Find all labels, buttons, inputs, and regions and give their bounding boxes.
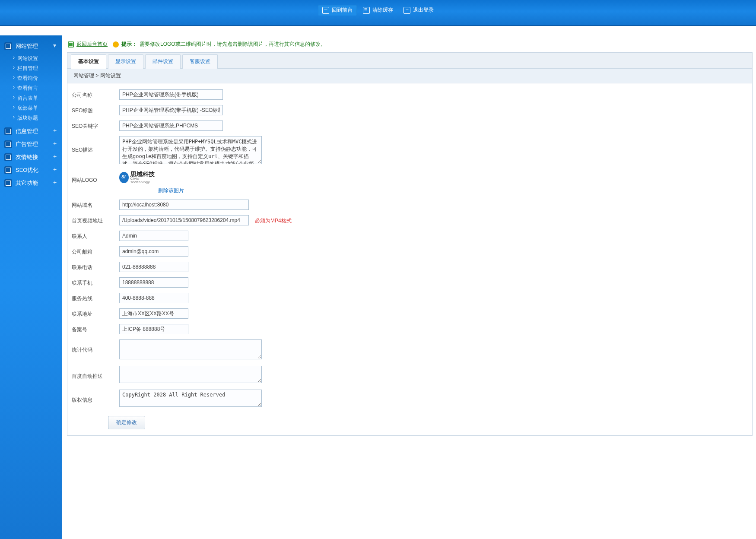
back-to-front-button[interactable]: 回到前台 [318,5,357,16]
seo-desc-textarea[interactable]: PHP企业网站管理系统是采用PHP+MYSQL技术和MVC模式进行开发的，架构清… [119,136,262,164]
home-video-input[interactable] [119,215,249,225]
nav-head-label: 其它功能 [16,179,38,187]
company-name-input[interactable] [119,89,223,100]
nav-head-label: 友情链接 [16,153,38,161]
nav-head-label: 广告管理 [16,140,38,148]
seo-title-input[interactable] [119,105,223,115]
sidebar-item-site-settings[interactable]: 网站设置 [0,54,62,63]
label-mobile: 联系手机 [72,277,119,287]
sidebar-item-message-form[interactable]: 留言表单 [0,93,62,103]
label-baidu-push: 百度自动推送 [72,366,119,380]
logout-button[interactable]: 退出登录 [399,5,438,16]
tab-service[interactable]: 客服设置 [182,54,218,69]
settings-form: 公司名称 SEO标题 SEO关键字 SEO描述 PHP企业网站管理系统是采用PH… [67,83,752,435]
email-input[interactable] [119,246,188,257]
label-tel: 联系电话 [72,262,119,271]
nav-head-label: 信息管理 [16,127,38,135]
nav-head-links[interactable]: 友情链接 + [0,151,62,164]
site-manage-icon [4,42,12,50]
top-nav: 回到前台 清除缓存 退出登录 [0,0,756,15]
breadcrumb: 网站管理 > 网站设置 [67,69,752,83]
tabs: 基本设置 显示设置 邮件设置 客服设置 [67,53,752,69]
label-email: 公司邮箱 [72,246,119,256]
info-manage-icon [4,127,12,135]
nav-head-info[interactable]: 信息管理 + [0,125,62,138]
label-hotline: 服务热线 [72,293,119,302]
submit-button[interactable]: 确定修改 [108,416,145,429]
logo-image: 思域科技 Civic Technology [119,171,155,184]
sidebar-item-inquiries[interactable]: 查看询价 [0,73,62,83]
logo-text-en: Civic Technology [130,177,155,184]
mobile-input[interactable] [119,277,188,288]
label-seo-desc: SEO描述 [72,136,119,154]
copyright-textarea[interactable]: CopyRight 2028 All Right Reserved [119,390,262,407]
other-icon [4,179,12,187]
nav-sub-site: 网站设置 栏目管理 查看询价 查看留言 留言表单 底部菜单 版块标题 [0,53,62,125]
notice-bar: 返回后台首页 提示： 需要修改LOGO或二维码图片时，请先点击删除该图片，再进行… [68,41,753,48]
label-company-name: 公司名称 [72,89,119,99]
home-video-note: 必须为MP4格式 [255,215,292,225]
tip-label: 提示： [121,41,137,48]
nav-head-label: SEO优化 [16,166,38,174]
label-icp: 备案号 [72,324,119,333]
seo-icon [4,166,12,174]
sidebar-item-columns[interactable]: 栏目管理 [0,63,62,73]
baidu-push-textarea[interactable] [119,366,262,383]
monitor-icon [68,41,74,48]
nav-head-site[interactable]: 网站管理 ▾ [0,40,62,53]
sidebar-item-footer-menu[interactable]: 底部菜单 [0,103,62,113]
nav-head-other[interactable]: 其它功能 + [0,177,62,190]
nav-head-seo[interactable]: SEO优化 + [0,164,62,177]
label-home-video: 首页视频地址 [72,215,119,225]
delete-logo-link[interactable]: 删除该图片 [158,187,184,194]
tip-text: 需要修改LOGO或二维码图片时，请先点击删除该图片，再进行其它信息的修改。 [140,41,326,48]
plus-icon: + [53,167,57,171]
tab-basic[interactable]: 基本设置 [71,54,106,69]
blank-bar [0,26,756,35]
clear-cache-label: 清除缓存 [372,6,393,14]
label-site-logo: 网站LOGO [72,171,119,184]
back-to-front-label: 回到前台 [332,6,353,14]
tab-mail[interactable]: 邮件设置 [145,54,181,69]
logo-box: 思域科技 Civic Technology 删除该图片 [119,171,184,194]
back-icon [322,7,329,14]
hotline-input[interactable] [119,293,188,303]
tab-display[interactable]: 显示设置 [108,54,143,69]
plus-icon: + [53,154,57,159]
label-contact: 联系人 [72,231,119,240]
sidebar-item-block-titles[interactable]: 版块标题 [0,113,62,123]
nav-group-site: 网站管理 ▾ 网站设置 栏目管理 查看询价 查看留言 留言表单 底部菜单 版块标… [0,40,62,125]
seo-keywords-input[interactable] [119,120,223,131]
logo-mark-icon [119,172,129,183]
icp-input[interactable] [119,324,188,334]
sidebar-item-messages[interactable]: 查看留言 [0,83,62,93]
label-copyright: 版权信息 [72,390,119,404]
settings-panel: 基本设置 显示设置 邮件设置 客服设置 网站管理 > 网站设置 公司名称 SEO… [67,52,753,436]
back-home-link[interactable]: 返回后台首页 [76,41,108,48]
address-input[interactable] [119,308,188,319]
links-icon [4,153,12,161]
plus-icon: + [53,141,57,146]
nav-head-ads[interactable]: 广告管理 + [0,138,62,151]
clear-cache-button[interactable]: 清除缓存 [359,5,397,16]
label-address: 联系地址 [72,308,119,318]
logout-icon [403,7,410,14]
sidebar: 网站管理 ▾ 网站设置 栏目管理 查看询价 查看留言 留言表单 底部菜单 版块标… [0,35,62,539]
smile-icon [113,41,119,48]
stats-code-textarea[interactable] [119,339,262,359]
label-seo-keywords: SEO关键字 [72,120,119,130]
tel-input[interactable] [119,262,188,272]
content: 返回后台首页 提示： 需要修改LOGO或二维码图片时，请先点击删除该图片，再进行… [62,35,756,539]
logout-label: 退出登录 [413,6,434,14]
site-domain-input[interactable] [119,200,249,210]
ads-manage-icon [4,140,12,148]
label-stats-code: 统计代码 [72,339,119,354]
top-header: 回到前台 清除缓存 退出登录 [0,0,756,26]
chevron-down-icon: ▾ [53,43,57,48]
nav-head-label: 网站管理 [16,42,38,50]
plus-icon: + [53,128,57,133]
plus-icon: + [53,180,57,184]
label-seo-title: SEO标题 [72,105,119,114]
logo-text-cn: 思域科技 [130,171,155,177]
contact-input[interactable] [119,231,188,241]
